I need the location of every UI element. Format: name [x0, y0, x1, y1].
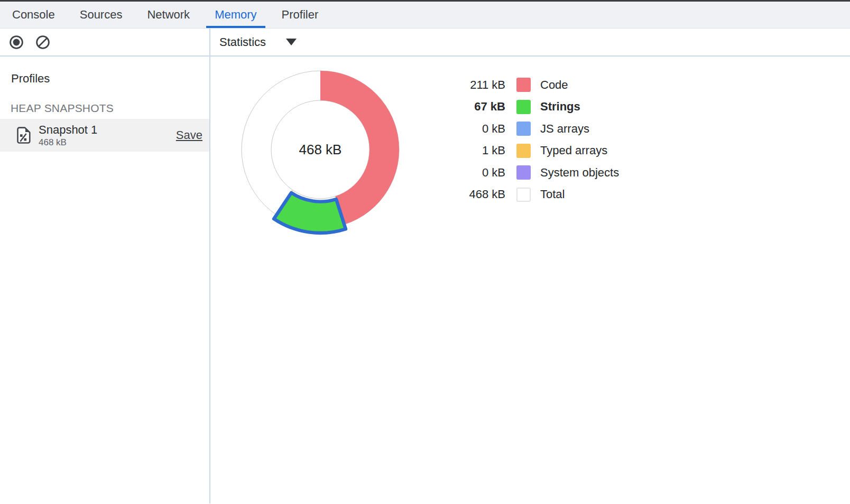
tab-sources[interactable]: Sources — [71, 2, 131, 28]
legend-label-total: Total — [540, 188, 565, 201]
legend-value-total: 468 kB — [437, 188, 505, 201]
legend-row-strings[interactable]: 67 kBStrings — [437, 96, 619, 118]
legend-value-typed-arrays: 1 kB — [437, 144, 505, 157]
tab-console[interactable]: Console — [4, 2, 63, 28]
sidebar-item-snapshot-1[interactable]: Snapshot 1 468 kB Save — [0, 119, 209, 152]
profiles-sidebar-pane: Profiles HEAP SNAPSHOTS Snapshot 1 468 k… — [0, 29, 210, 503]
legend-row-typed-arrays[interactable]: 1 kBTyped arrays — [437, 140, 619, 162]
perspective-dropdown[interactable]: Statistics — [219, 35, 297, 49]
legend-row-code[interactable]: 211 kBCode — [437, 74, 619, 96]
statistics-chart-area: 468 kB 211 kBCode67 kBStrings0 kBJS arra… — [210, 57, 850, 503]
clear-profiles-button[interactable] — [35, 35, 50, 50]
heap-snapshot-document-icon — [16, 126, 31, 145]
record-icon — [9, 35, 24, 50]
legend-row-js-arrays[interactable]: 0 kBJS arrays — [437, 118, 619, 140]
legend-value-system-objects: 0 kB — [437, 166, 505, 180]
profiles-sidebar: Profiles HEAP SNAPSHOTS Snapshot 1 468 k… — [0, 57, 209, 503]
panel-body: Profiles HEAP SNAPSHOTS Snapshot 1 468 k… — [0, 29, 850, 503]
legend-label-typed-arrays: Typed arrays — [540, 144, 607, 157]
legend-swatch-strings — [516, 100, 531, 114]
legend-swatch-total — [516, 188, 531, 202]
statistics-pane: Statistics 468 kB 211 kBCode67 kBStrings… — [210, 29, 850, 503]
legend-value-strings: 67 kB — [437, 100, 505, 114]
dropdown-caret-icon — [286, 39, 297, 45]
heap-snapshots-section-heading: HEAP SNAPSHOTS — [11, 101, 209, 115]
legend-row-system-objects[interactable]: 0 kBSystem objects — [437, 162, 619, 184]
tab-bar: ConsoleSourcesNetworkMemoryProfiler — [0, 2, 850, 29]
legend-label-js-arrays: JS arrays — [540, 122, 589, 136]
tab-network[interactable]: Network — [138, 2, 198, 28]
tab-memory[interactable]: Memory — [206, 2, 265, 28]
legend-row-total[interactable]: 468 kBTotal — [437, 184, 619, 206]
heap-statistics-donut-chart[interactable] — [233, 62, 408, 237]
clear-icon — [35, 35, 50, 50]
legend-swatch-typed-arrays — [516, 144, 531, 158]
legend-swatch-system-objects — [516, 165, 531, 180]
legend-label-system-objects: System objects — [540, 166, 619, 180]
snapshot-text-block: Snapshot 1 468 kB — [39, 124, 97, 147]
profiles-toolbar — [0, 29, 209, 57]
chart-segment-strings[interactable] — [274, 193, 346, 233]
legend-label-code: Code — [540, 78, 568, 92]
legend-value-js-arrays: 0 kB — [437, 122, 505, 136]
legend-swatch-js-arrays — [516, 122, 531, 136]
legend-label-strings: Strings — [540, 100, 580, 114]
legend-swatch-code — [516, 78, 531, 92]
donut-ring-outline — [271, 100, 369, 199]
save-link[interactable]: Save — [176, 128, 202, 142]
perspective-dropdown-label: Statistics — [219, 35, 266, 49]
profiles-heading: Profiles — [11, 72, 209, 86]
legend-value-code: 211 kB — [437, 78, 505, 92]
snapshot-title: Snapshot 1 — [39, 124, 97, 136]
record-heap-snapshot-button[interactable] — [9, 35, 24, 50]
chart-legend: 211 kBCode67 kBStrings0 kBJS arrays1 kBT… — [437, 74, 619, 206]
snapshot-size: 468 kB — [39, 137, 97, 147]
statistics-toolbar: Statistics — [210, 29, 850, 57]
tab-profiler[interactable]: Profiler — [273, 2, 327, 28]
